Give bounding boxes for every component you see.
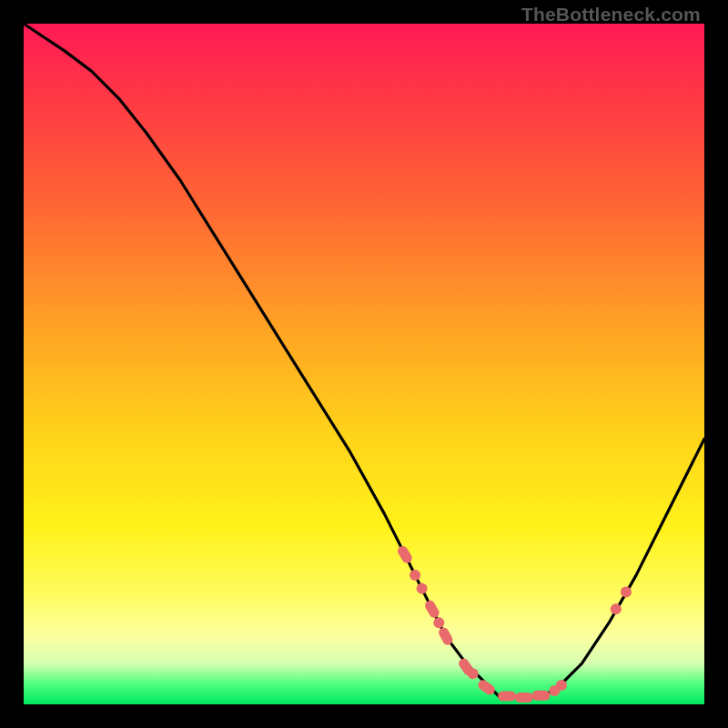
curve-layer bbox=[24, 24, 704, 704]
chart-frame bbox=[24, 24, 704, 704]
watermark-text: TheBottleneck.com bbox=[521, 4, 701, 25]
curve-marker-dot bbox=[468, 668, 479, 679]
curve-marker-dot bbox=[556, 680, 567, 691]
curve-marker-pill bbox=[532, 691, 551, 701]
curve-marker-dot bbox=[611, 603, 622, 614]
curve-markers bbox=[396, 544, 632, 703]
plot-area bbox=[24, 24, 704, 704]
curve-marker-dot bbox=[417, 583, 428, 594]
curve-line bbox=[24, 24, 704, 698]
curve-marker-pill bbox=[515, 693, 533, 703]
bottleneck-curve bbox=[24, 24, 704, 698]
curve-marker-pill bbox=[423, 599, 441, 620]
curve-marker-dot bbox=[621, 587, 632, 598]
curve-marker-pill bbox=[476, 678, 497, 696]
curve-marker-dot bbox=[410, 570, 420, 581]
curve-marker-dot bbox=[433, 617, 444, 628]
curve-marker-pill bbox=[498, 692, 516, 702]
curve-marker-pill bbox=[396, 544, 414, 565]
